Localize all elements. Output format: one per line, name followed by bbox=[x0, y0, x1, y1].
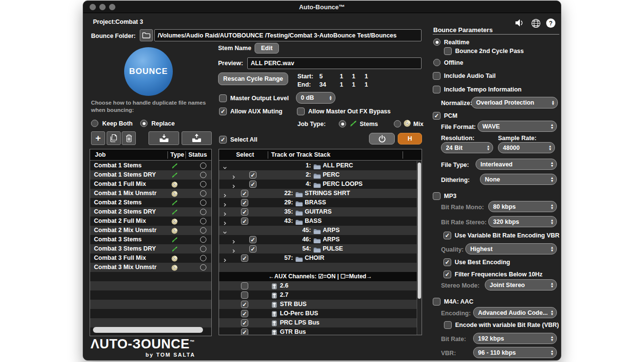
title-bar[interactable]: Auto-Bounce™ bbox=[83, 1, 561, 13]
pcm-checkbox[interactable]: ✓ bbox=[433, 112, 441, 120]
export-jobs-button[interactable] bbox=[182, 131, 212, 145]
track-row[interactable]: ✓ 35: GUITARS bbox=[219, 207, 422, 217]
tracks-scrollbar-thumb[interactable] bbox=[418, 163, 421, 299]
allow-aux-muting-checkbox[interactable]: ✓ bbox=[219, 108, 227, 115]
job-row[interactable]: Combat 3 Stems bbox=[90, 235, 211, 244]
aux-row[interactable]: ✓ STR BUS bbox=[219, 300, 422, 309]
job-row[interactable]: Combat 3 Full Mix bbox=[90, 253, 211, 263]
aux-row[interactable]: ✓ PRC LPS Bus bbox=[219, 318, 422, 327]
track-row[interactable]: ✓ 43: BASS bbox=[219, 217, 422, 226]
job-row[interactable]: Combat 1 Mix Unmstr bbox=[90, 189, 211, 198]
track-checkbox[interactable]: ✓ bbox=[241, 254, 248, 262]
track-checkbox[interactable]: ✓ bbox=[241, 190, 248, 197]
choose-folder-button[interactable] bbox=[140, 29, 153, 41]
website-button[interactable] bbox=[531, 18, 541, 29]
track-row[interactable]: 45: ARPS bbox=[219, 226, 422, 235]
best-encoding-checkbox[interactable]: ✓ bbox=[443, 258, 451, 266]
job-name: Combat 2 Mix Unmstr bbox=[94, 226, 157, 235]
track-row[interactable]: ✓ 2: PERC bbox=[219, 170, 422, 180]
m4a-vbr-select[interactable]: 96 - 110 kbps ▴▾ bbox=[473, 347, 557, 358]
offline-radio[interactable] bbox=[433, 59, 441, 66]
bit-rate-stereo-select[interactable]: 320 kbps ▴▾ bbox=[488, 216, 557, 227]
sample-rate-select[interactable]: 48000 ▴▾ bbox=[498, 142, 555, 153]
bit-rate-mono-select[interactable]: 80 kbps ▴▾ bbox=[488, 201, 557, 212]
resolution-select[interactable]: 24 Bit ▴▾ bbox=[441, 142, 493, 153]
track-row[interactable]: ✓ 54: PULSE bbox=[219, 244, 422, 253]
duplicate-job-button[interactable] bbox=[107, 131, 121, 145]
job-row[interactable]: Combat 3 Mix Unmstr bbox=[90, 263, 211, 272]
preview-input[interactable] bbox=[247, 57, 422, 69]
job-row[interactable]: Combat 2 Stems DRY bbox=[90, 207, 211, 217]
track-checkbox[interactable]: ✓ bbox=[249, 245, 257, 253]
aux-row[interactable]: ✓ LO-Perc BUS bbox=[219, 309, 422, 318]
track-row[interactable]: ✓ 46: ARPS bbox=[219, 235, 422, 244]
m4a-bit-rate-select[interactable]: 192 kbps ▴▾ bbox=[473, 333, 557, 344]
aux-checkbox[interactable]: ✓ bbox=[241, 291, 248, 299]
aux-checkbox[interactable]: ✓ bbox=[241, 301, 248, 308]
quality-select[interactable]: Highest ▴▾ bbox=[465, 243, 557, 254]
job-row[interactable]: Combat 1 Stems DRY bbox=[90, 170, 211, 180]
encoding-select[interactable]: Advanced Audio Code... ▴▾ bbox=[473, 307, 557, 318]
job-row[interactable]: Combat 1 Stems bbox=[90, 161, 211, 170]
h-button[interactable]: H bbox=[398, 133, 422, 145]
track-row[interactable]: 1: ALL PERC bbox=[219, 161, 422, 170]
replace-radio[interactable] bbox=[140, 120, 147, 127]
aux-checkbox[interactable]: ✓ bbox=[241, 310, 248, 317]
normalize-select[interactable]: Overload Protection ▴▾ bbox=[471, 97, 558, 109]
vbr-encoding-checkbox[interactable]: ✓ bbox=[443, 232, 451, 239]
rescan-cycle-range-button[interactable]: Rescan Cycle Range bbox=[218, 72, 288, 85]
dithering-select[interactable]: None ▴▾ bbox=[480, 174, 557, 185]
track-checkbox[interactable]: ✓ bbox=[249, 181, 257, 188]
track-checkbox[interactable]: ✓ bbox=[249, 236, 257, 243]
job-type-stems-radio[interactable] bbox=[339, 120, 346, 127]
power-button[interactable] bbox=[369, 133, 395, 145]
include-audio-tail-checkbox[interactable]: ✓ bbox=[433, 72, 441, 80]
track-row[interactable]: ✓ 4: PERC LOOPS bbox=[219, 180, 422, 189]
stereo-mode-select[interactable]: Joint Stereo ▴▾ bbox=[485, 279, 557, 290]
aux-row[interactable]: ✓ 2.6 bbox=[219, 281, 422, 290]
job-type-mix-radio[interactable] bbox=[394, 120, 401, 127]
track-row[interactable]: ✓ 57: CHOIR bbox=[219, 253, 422, 263]
delete-job-button[interactable] bbox=[122, 131, 136, 145]
edit-stem-name-button[interactable]: Edit bbox=[255, 43, 279, 54]
encode-vbr-checkbox[interactable]: ✓ bbox=[444, 321, 452, 329]
aux-checkbox[interactable]: ✓ bbox=[241, 319, 248, 326]
aux-row[interactable]: ✓ GTR Bus bbox=[219, 327, 422, 335]
filter-frequencies-checkbox[interactable]: ✓ bbox=[443, 271, 451, 278]
aux-row[interactable]: ✓ 2.7 bbox=[219, 290, 422, 300]
track-row[interactable]: ✓ 29: BRASS bbox=[219, 198, 422, 207]
include-tempo-checkbox[interactable]: ✓ bbox=[433, 86, 441, 93]
import-jobs-button[interactable] bbox=[148, 131, 179, 145]
file-format-select[interactable]: WAVE ▴▾ bbox=[478, 121, 557, 132]
realtime-radio[interactable] bbox=[433, 38, 441, 46]
select-all-checkbox[interactable]: ✓ bbox=[219, 136, 227, 144]
bounce-2nd-cycle-checkbox[interactable]: ✓ bbox=[444, 47, 452, 55]
track-name: CHOIR bbox=[305, 253, 324, 263]
job-row[interactable]: Combat 2 Mix Unmstr bbox=[90, 226, 211, 235]
master-output-level-select[interactable]: 0 dB ▴▾ bbox=[296, 92, 335, 104]
track-checkbox[interactable]: ✓ bbox=[249, 171, 257, 179]
track-checkbox[interactable]: ✓ bbox=[241, 217, 248, 225]
job-row[interactable]: Combat 3 Stems DRY bbox=[90, 244, 211, 253]
job-row[interactable]: Combat 2 Stems bbox=[90, 198, 211, 207]
aux-checkbox[interactable]: ✓ bbox=[241, 328, 248, 335]
keep-both-radio[interactable] bbox=[91, 120, 98, 127]
help-button[interactable]: ? bbox=[546, 18, 555, 28]
track-row[interactable]: ✓ 22: STRINGS SHRT bbox=[219, 189, 422, 198]
allow-master-fx-bypass-checkbox[interactable]: ✓ bbox=[297, 108, 305, 115]
mp3-checkbox[interactable]: ✓ bbox=[433, 192, 441, 200]
track-checkbox[interactable]: ✓ bbox=[241, 199, 248, 206]
aux-checkbox[interactable]: ✓ bbox=[241, 282, 248, 290]
add-job-button[interactable]: + bbox=[91, 131, 105, 145]
bounce-folder-path-input[interactable] bbox=[154, 29, 422, 41]
file-type-select[interactable]: Interleaved ▴▾ bbox=[476, 159, 557, 170]
job-row[interactable]: Combat 1 Full Mix bbox=[90, 180, 211, 189]
jobs-horizontal-scrollbar[interactable] bbox=[93, 327, 203, 333]
tracks-scrollbar-track[interactable] bbox=[417, 161, 422, 335]
status-circle-icon bbox=[200, 218, 206, 224]
job-row[interactable]: Combat 2 Full Mix bbox=[90, 217, 211, 226]
audio-preview-button[interactable] bbox=[515, 18, 525, 28]
master-output-level-checkbox[interactable]: ✓ bbox=[219, 94, 227, 102]
m4a-checkbox[interactable]: ✓ bbox=[433, 298, 441, 306]
track-checkbox[interactable]: ✓ bbox=[241, 208, 248, 216]
